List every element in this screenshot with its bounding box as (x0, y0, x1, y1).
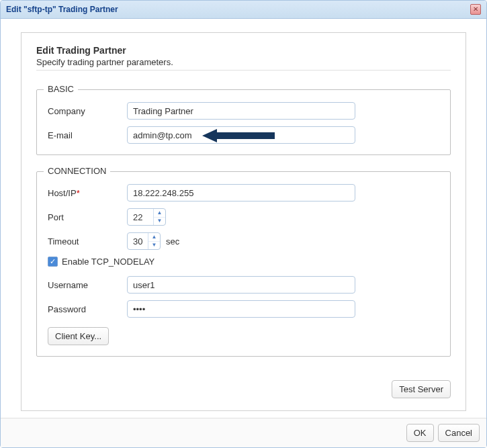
basic-fieldset: BASIC Company E-mail (36, 89, 451, 155)
required-mark: * (77, 188, 80, 198)
dialog-body: Edit Trading Partner Specify trading par… (1, 19, 486, 418)
email-label: E-mail (48, 130, 127, 140)
company-row: Company (48, 102, 439, 120)
page-title: Edit Trading Partner (36, 45, 451, 56)
dialog-footer: OK Cancel (1, 418, 486, 447)
ok-button[interactable]: OK (406, 424, 434, 442)
check-icon: ✓ (50, 257, 56, 266)
client-key-row: Client Key... (48, 327, 439, 345)
tcp-nodelay-checkbox[interactable]: ✓ (48, 257, 58, 267)
timeout-input[interactable] (128, 233, 148, 249)
email-input[interactable] (127, 126, 355, 144)
tcp-nodelay-row: ✓ Enable TCP_NODELAY (48, 257, 439, 267)
page-subtitle: Specify trading partner parameters. (36, 57, 451, 67)
password-label: Password (48, 304, 127, 314)
dialog-window: Edit "sftp-tp" Trading Partner ✕ Edit Tr… (0, 0, 487, 448)
port-input[interactable] (128, 209, 153, 225)
tcp-nodelay-label: Enable TCP_NODELAY (62, 257, 154, 267)
section-header: Edit Trading Partner Specify trading par… (36, 45, 451, 71)
timeout-spinner: ▲ ▼ (127, 232, 161, 250)
host-row: Host/IP* (48, 184, 439, 201)
port-spinner: ▲ ▼ (127, 208, 166, 226)
port-label: Port (48, 212, 127, 222)
dialog-title: Edit "sftp-tp" Trading Partner (6, 5, 118, 14)
chevron-down-icon: ▼ (152, 242, 157, 248)
close-button[interactable]: ✕ (470, 4, 481, 15)
company-input[interactable] (127, 102, 355, 120)
company-label: Company (48, 106, 127, 116)
port-down-button[interactable]: ▼ (154, 218, 165, 226)
test-server-row: Test Server (36, 375, 451, 398)
password-input[interactable] (127, 300, 355, 318)
email-row: E-mail (48, 126, 439, 144)
host-input[interactable] (127, 184, 355, 201)
username-input[interactable] (127, 276, 355, 294)
timeout-suffix: sec (166, 236, 179, 247)
chevron-up-icon: ▲ (152, 234, 157, 240)
connection-fieldset: CONNECTION Host/IP* Port ▲ ▼ (36, 171, 451, 357)
timeout-label: Timeout (48, 236, 127, 247)
username-row: Username (48, 276, 439, 294)
close-icon: ✕ (473, 6, 478, 13)
chevron-up-icon: ▲ (157, 210, 163, 216)
timeout-up-button[interactable]: ▲ (148, 233, 160, 242)
basic-legend: BASIC (44, 84, 78, 94)
dialog-header: Edit "sftp-tp" Trading Partner ✕ (1, 1, 486, 19)
chevron-down-icon: ▼ (157, 218, 163, 224)
timeout-spinner-buttons: ▲ ▼ (148, 233, 160, 249)
timeout-row: Timeout ▲ ▼ sec (48, 232, 439, 250)
password-row: Password (48, 300, 439, 318)
port-spinner-buttons: ▲ ▼ (153, 209, 165, 225)
username-label: Username (48, 280, 127, 290)
connection-legend: CONNECTION (44, 166, 110, 176)
host-label: Host/IP* (48, 188, 127, 198)
test-server-button[interactable]: Test Server (392, 380, 451, 398)
port-up-button[interactable]: ▲ (154, 209, 165, 218)
content-panel: Edit Trading Partner Specify trading par… (21, 32, 466, 411)
timeout-down-button[interactable]: ▼ (148, 242, 160, 250)
port-row: Port ▲ ▼ (48, 208, 439, 226)
client-key-button[interactable]: Client Key... (48, 327, 109, 345)
cancel-button[interactable]: Cancel (438, 424, 480, 442)
